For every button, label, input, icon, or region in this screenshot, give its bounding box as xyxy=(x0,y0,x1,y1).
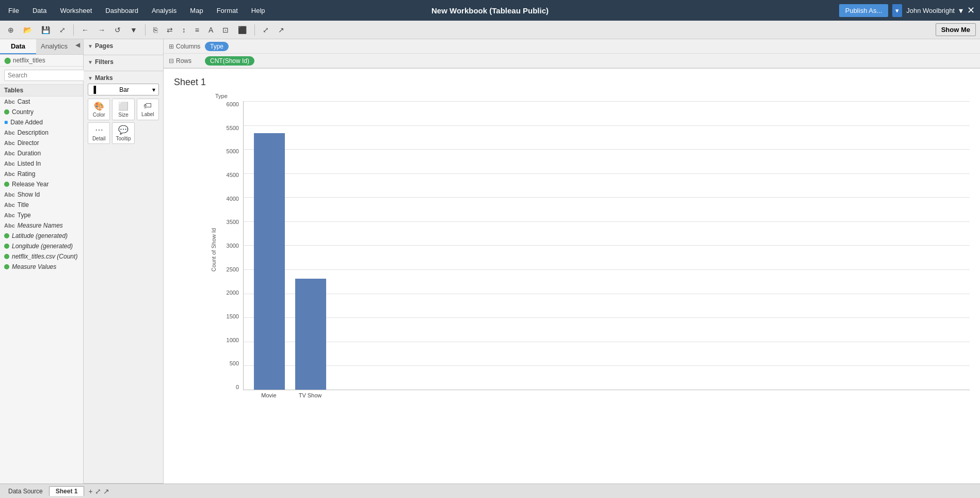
y-tick: 6000 xyxy=(227,101,239,107)
list-item[interactable]: Abc Duration xyxy=(0,148,83,158)
data-source-item[interactable]: ⬤ netflix_titles xyxy=(0,55,83,67)
list-item[interactable]: Abc Director xyxy=(0,138,83,148)
size-label: Size xyxy=(118,112,128,118)
sheet-content: Sheet 1 Type Count of Show Id 6000 5500 … xyxy=(164,69,980,484)
menu-dashboard[interactable]: Dashboard xyxy=(102,5,141,17)
tab-data[interactable]: Data xyxy=(0,39,36,54)
columns-icon: ⊞ xyxy=(169,43,174,50)
sheet-tab[interactable]: Sheet 1 xyxy=(49,486,85,496)
swap-button[interactable]: ⇄ xyxy=(163,24,176,36)
filters-header: ▼ Filters xyxy=(88,58,159,66)
present-button[interactable]: ↗ xyxy=(275,24,288,36)
measure-icon xyxy=(4,264,9,269)
menu-map[interactable]: Map xyxy=(187,5,206,17)
present-sheet-button[interactable]: ↗ xyxy=(103,487,109,495)
marks-section: ▼ Marks ▐ Bar ▾ 🎨 Color ⬜ Size 🏷 xyxy=(84,71,163,484)
save-button[interactable]: 💾 xyxy=(38,24,54,36)
menu-file[interactable]: File xyxy=(5,5,22,17)
abc-icon: Abc xyxy=(4,202,15,208)
field-name: Duration xyxy=(18,150,41,157)
list-item[interactable]: Abc Title xyxy=(0,200,83,210)
add-sheet-button[interactable]: + xyxy=(88,487,92,495)
label-button[interactable]: A xyxy=(205,24,217,36)
field-name: Country xyxy=(12,108,34,116)
field-name: Title xyxy=(18,201,29,208)
detail-button[interactable]: ⋯ Detail xyxy=(88,122,110,144)
field-name: Release Year xyxy=(12,181,49,188)
list-item[interactable]: Abc Description xyxy=(0,127,83,138)
list-item[interactable]: Abc Rating xyxy=(0,169,83,179)
menu-help[interactable]: Help xyxy=(248,5,268,17)
rows-pill[interactable]: CNT(Show Id) xyxy=(205,56,254,66)
export-button[interactable]: ⤢ xyxy=(56,24,69,36)
user-dropdown-icon[interactable]: ▾ xyxy=(959,6,963,15)
size-button[interactable]: ⬜ Size xyxy=(112,99,134,120)
list-item[interactable]: Abc Measure Names xyxy=(0,220,83,231)
redo-button[interactable]: → xyxy=(94,24,109,36)
label-button[interactable]: 🏷 Label xyxy=(137,99,159,120)
y-tick: 1000 xyxy=(227,337,239,343)
field-name: Measure Values xyxy=(12,263,56,270)
mark-type-dropdown[interactable]: ▐ Bar ▾ xyxy=(88,84,159,95)
list-item[interactable]: netflix_titles.csv (Count) xyxy=(0,251,83,262)
bar-tvshow[interactable] xyxy=(295,279,326,390)
menu-format[interactable]: Format xyxy=(214,5,241,17)
search-input[interactable] xyxy=(4,70,89,81)
pages-chevron: ▼ xyxy=(88,43,93,49)
collapse-icon[interactable]: ◀ xyxy=(72,39,83,54)
format-button[interactable]: ⬛ xyxy=(234,24,250,36)
abc-icon: Abc xyxy=(4,191,15,198)
data-source-icon: ⬤ xyxy=(4,57,11,64)
tooltip-button[interactable]: ⊡ xyxy=(219,24,232,36)
open-button[interactable]: 📂 xyxy=(20,24,36,36)
main-layout: Data Analytics ◀ ⬤ netflix_titles ▼ ↕ Ta… xyxy=(0,39,980,484)
undo-button[interactable]: ← xyxy=(78,24,92,36)
columns-pill[interactable]: Type xyxy=(205,42,229,51)
menu-data[interactable]: Data xyxy=(29,5,50,17)
duplicate-sheet-button[interactable]: ⤢ xyxy=(95,487,101,495)
close-button[interactable]: ✕ xyxy=(967,5,975,16)
publish-button[interactable]: Publish As... xyxy=(839,4,889,17)
bar-movie[interactable] xyxy=(254,133,285,390)
tooltip-button[interactable]: 💬 Tooltip xyxy=(112,122,134,144)
new-workbook-button[interactable]: ⊕ xyxy=(4,24,18,36)
chart-body: Movie TV Show xyxy=(243,101,970,398)
list-item[interactable]: Country xyxy=(0,107,83,117)
menu-analysis[interactable]: Analysis xyxy=(149,5,180,17)
list-item[interactable]: Release Year xyxy=(0,179,83,189)
bottom-bar: Data Source Sheet 1 + ⤢ ↗ xyxy=(0,484,980,498)
list-item[interactable]: Abc Show Id xyxy=(0,189,83,200)
field-name: Type xyxy=(18,212,31,219)
field-name: Show Id xyxy=(18,191,40,198)
list-item[interactable]: Abc Type xyxy=(0,210,83,220)
color-button[interactable]: 🎨 Color xyxy=(88,99,110,120)
duplicate-button[interactable]: ⎘ xyxy=(150,24,161,36)
fit-button[interactable]: ⤢ xyxy=(259,24,272,36)
field-name: Measure Names xyxy=(18,222,63,229)
list-item[interactable]: Abc Listed In xyxy=(0,158,83,169)
field-name: Longitude (generated) xyxy=(12,243,73,250)
sort-button[interactable]: ↕ xyxy=(179,24,189,36)
user-name[interactable]: John Woolbright xyxy=(906,7,955,14)
size-icon: ⬜ xyxy=(118,101,128,111)
list-item[interactable]: Abc Cast xyxy=(0,97,83,107)
list-item[interactable]: ■ Date Added xyxy=(0,117,83,127)
list-item[interactable]: Measure Values xyxy=(0,262,83,272)
publish-dropdown-button[interactable]: ▾ xyxy=(892,4,902,17)
tab-analytics[interactable]: Analytics xyxy=(36,39,72,54)
group-button[interactable]: ≡ xyxy=(191,24,203,36)
filters-label: Filters xyxy=(95,58,114,66)
chart-with-yaxis: Count of Show Id 6000 5500 5000 4500 400… xyxy=(215,101,970,398)
pages-label: Pages xyxy=(95,42,113,50)
list-item[interactable]: Latitude (generated) xyxy=(0,231,83,241)
show-me-button[interactable]: Show Me xyxy=(936,23,976,36)
list-item[interactable]: Longitude (generated) xyxy=(0,241,83,251)
refresh-button[interactable]: ↺ xyxy=(111,24,124,36)
data-source-tab[interactable]: Data Source xyxy=(4,487,47,496)
rows-label: ⊟ Rows xyxy=(164,56,205,66)
pause-button[interactable]: ▼ xyxy=(126,24,141,36)
color-label: Color xyxy=(93,112,105,118)
toolbar-right: Show Me xyxy=(936,23,976,36)
pages-header: ▼ Pages xyxy=(88,42,159,50)
menu-worksheet[interactable]: Worksheet xyxy=(57,5,95,17)
